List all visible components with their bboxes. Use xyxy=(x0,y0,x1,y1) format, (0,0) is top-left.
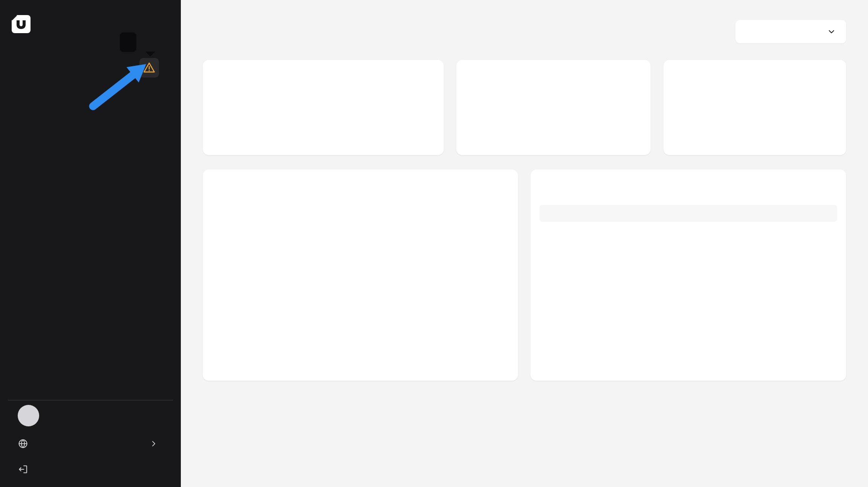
other-users-warning-button[interactable] xyxy=(139,58,159,78)
warning-triangle-icon xyxy=(142,61,156,75)
untill-logo-icon xyxy=(11,14,31,34)
untill-payments-dashboard xyxy=(0,0,868,487)
table-header-row xyxy=(539,205,837,222)
total-payments-card xyxy=(456,60,651,155)
sidebar xyxy=(0,0,181,487)
tooltip-other-users xyxy=(120,32,136,52)
logout-item[interactable] xyxy=(8,461,173,478)
globe-icon xyxy=(17,438,29,449)
divider xyxy=(8,400,173,400)
chevron-right-icon xyxy=(149,439,159,449)
last-payments-table xyxy=(539,205,837,222)
avatar xyxy=(18,405,39,426)
total-refunds-card xyxy=(663,60,846,155)
last-payments-card xyxy=(530,169,846,381)
logout-icon xyxy=(17,464,29,475)
payments-chart-card xyxy=(203,169,518,381)
sidebar-account-section xyxy=(8,400,173,478)
brand xyxy=(8,14,173,36)
payments-area-chart xyxy=(210,206,512,371)
account-row[interactable] xyxy=(8,405,173,426)
date-range-select[interactable] xyxy=(735,20,846,43)
current-balance-card xyxy=(203,60,444,155)
chevron-down-icon xyxy=(827,27,836,37)
select-language-item[interactable] xyxy=(8,435,173,452)
